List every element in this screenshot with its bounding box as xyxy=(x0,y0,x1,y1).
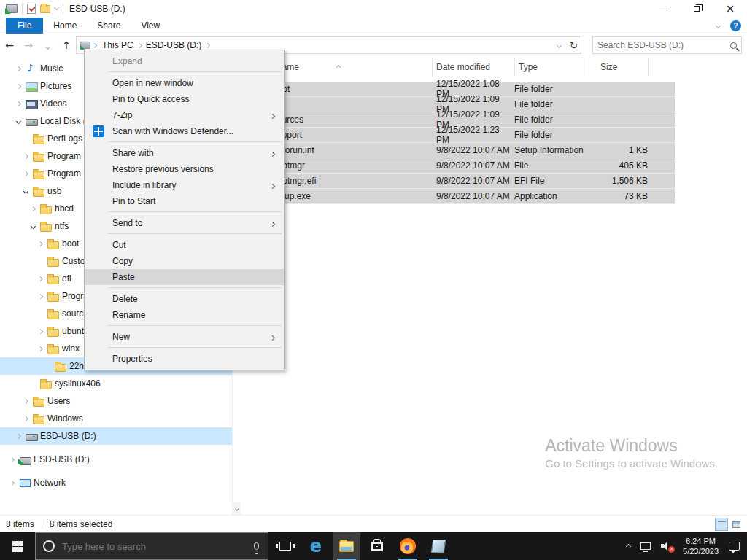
menu-item-pin-to-start[interactable]: Pin to Start xyxy=(85,193,284,209)
expander-icon[interactable] xyxy=(24,172,33,176)
file-explorer-button[interactable] xyxy=(333,532,360,560)
menu-item-open-in-new-window[interactable]: Open in new window xyxy=(85,75,284,91)
expander-icon[interactable] xyxy=(31,225,40,228)
folder-icon xyxy=(47,273,58,284)
folder-icon xyxy=(33,168,44,179)
search-box[interactable] xyxy=(592,36,742,54)
tab-file[interactable]: File xyxy=(6,18,43,34)
network-tray-icon[interactable] xyxy=(640,542,651,550)
expander-icon[interactable] xyxy=(24,400,33,403)
expander-icon[interactable] xyxy=(17,67,26,71)
clock[interactable]: 6:24 PM 5/23/2023 xyxy=(683,536,719,556)
expander-icon[interactable] xyxy=(17,120,26,123)
volume-muted-icon[interactable]: × xyxy=(661,542,673,551)
expander-icon[interactable] xyxy=(31,207,40,211)
breadcrumb-chevron-icon[interactable] xyxy=(92,42,97,47)
up-button[interactable]: ↑ xyxy=(57,39,76,51)
firefox-button[interactable] xyxy=(394,532,422,560)
ribbon-tab-row: File Home Share View ? xyxy=(0,18,747,34)
tab-home[interactable]: Home xyxy=(43,18,87,34)
submenu-chevron-icon xyxy=(271,332,274,342)
hidden-icons-chevron-icon[interactable] xyxy=(626,543,631,548)
edge-button[interactable]: e xyxy=(302,532,330,560)
breadcrumb-chevron-icon[interactable] xyxy=(205,42,210,47)
file-date: 9/8/2022 10:07 AM xyxy=(432,145,514,155)
menu-item-pin-to-quick-access[interactable]: Pin to Quick access xyxy=(85,91,284,107)
expander-icon[interactable] xyxy=(39,242,47,246)
file-list: Name Date modified Type Size boot12/15/2… xyxy=(241,55,747,515)
tab-view[interactable]: View xyxy=(131,18,170,34)
properties-icon[interactable] xyxy=(27,4,36,14)
menu-item-paste[interactable]: Paste xyxy=(85,269,284,285)
forward-button[interactable]: → xyxy=(19,39,38,51)
tab-share[interactable]: Share xyxy=(87,18,131,34)
expander-icon[interactable] xyxy=(24,155,33,158)
menu-item-rename[interactable]: Rename xyxy=(85,307,284,323)
menu-separator xyxy=(107,287,282,288)
app-button[interactable] xyxy=(425,532,452,560)
file-row-support[interactable]: support12/15/2022 1:23 PMFile folder xyxy=(241,128,675,143)
tree-item-network[interactable]: Network xyxy=(0,474,232,491)
tree-item-esd-usb-current[interactable]: ESD-USB (D:) xyxy=(0,427,232,445)
address-dropdown-chevron-icon[interactable] xyxy=(557,42,562,47)
expander-icon[interactable] xyxy=(39,295,47,298)
minimize-button[interactable] xyxy=(646,0,680,18)
expander-icon[interactable] xyxy=(24,190,33,193)
column-header-size[interactable]: Size xyxy=(600,62,617,72)
menu-item-delete[interactable]: Delete xyxy=(85,291,284,307)
customize-qat-chevron-icon[interactable] xyxy=(54,5,59,10)
new-folder-icon[interactable] xyxy=(40,5,50,13)
breadcrumb-this-pc[interactable]: This PC xyxy=(98,40,138,50)
breadcrumb-drive[interactable]: ESD-USB (D:) xyxy=(142,40,206,50)
column-header-type[interactable]: Type xyxy=(519,62,538,72)
expander-icon[interactable] xyxy=(10,458,19,462)
menu-item-new[interactable]: New xyxy=(85,329,284,345)
start-button[interactable] xyxy=(0,532,35,560)
restore-button[interactable] xyxy=(680,0,713,18)
details-view-button[interactable] xyxy=(715,518,728,531)
thumbnails-view-button[interactable] xyxy=(729,518,743,531)
menu-item-properties[interactable]: Properties xyxy=(85,351,284,367)
expander-icon[interactable] xyxy=(39,277,47,281)
expander-icon[interactable] xyxy=(10,481,19,485)
microphone-icon[interactable] xyxy=(254,542,259,550)
menu-item-restore-previous-versions[interactable]: Restore previous versions xyxy=(85,161,284,177)
expander-icon[interactable] xyxy=(17,435,26,438)
task-view-button[interactable] xyxy=(271,532,299,560)
refresh-icon[interactable]: ↻ xyxy=(570,40,578,51)
taskbar-search-input[interactable] xyxy=(62,541,247,552)
file-row-bootmgr-efi[interactable]: bootmgr.efi9/8/2022 10:07 AMEFI File1,50… xyxy=(241,174,675,189)
title-bar: ESD-USB (D:) × xyxy=(0,0,747,18)
file-row-setup-exe[interactable]: setup.exe9/8/2022 10:07 AMApplication73 … xyxy=(241,189,675,204)
close-button[interactable]: × xyxy=(713,0,747,18)
menu-item-share-with[interactable]: Share with xyxy=(85,145,284,161)
file-row-bootmgr[interactable]: bootmgr9/8/2022 10:07 AMFile405 KB xyxy=(241,158,675,174)
menu-item-send-to[interactable]: Send to xyxy=(85,215,284,231)
tree-item-esd-usb-root[interactable]: ESD-USB (D:) xyxy=(0,451,232,468)
tree-item-users[interactable]: Users xyxy=(0,392,232,410)
menu-item-7zip[interactable]: 7-Zip xyxy=(85,107,284,123)
tree-item-windows[interactable]: Windows xyxy=(0,410,232,427)
expand-ribbon-chevron-icon[interactable] xyxy=(716,23,721,28)
back-button[interactable]: ← xyxy=(0,39,19,51)
column-header-date-modified[interactable]: Date modified xyxy=(436,62,490,72)
expander-icon[interactable] xyxy=(39,330,47,333)
menu-item-include-in-library[interactable]: Include in library xyxy=(85,177,284,193)
search-icon[interactable] xyxy=(730,42,737,49)
taskbar-search-box[interactable] xyxy=(35,532,268,560)
menu-item-scan-with-windows-defender[interactable]: Scan with Windows Defender... xyxy=(85,123,284,139)
expander-icon[interactable] xyxy=(39,347,47,351)
recent-locations-chevron-icon[interactable] xyxy=(38,39,57,51)
store-button[interactable] xyxy=(363,532,391,560)
help-icon[interactable]: ? xyxy=(730,20,741,31)
tree-item-syslinux406[interactable]: syslinux406 xyxy=(0,375,232,392)
file-row-autorun[interactable]: autorun.inf9/8/2022 10:07 AMSetup Inform… xyxy=(241,143,675,158)
action-center-icon[interactable] xyxy=(729,542,740,551)
menu-item-cut[interactable]: Cut xyxy=(85,237,284,253)
search-input[interactable] xyxy=(597,40,730,50)
expander-icon[interactable] xyxy=(24,417,33,421)
expander-icon[interactable] xyxy=(17,85,26,88)
menu-item-copy[interactable]: Copy xyxy=(85,253,284,269)
chevron-down-icon xyxy=(235,507,239,511)
expander-icon[interactable] xyxy=(17,102,26,106)
